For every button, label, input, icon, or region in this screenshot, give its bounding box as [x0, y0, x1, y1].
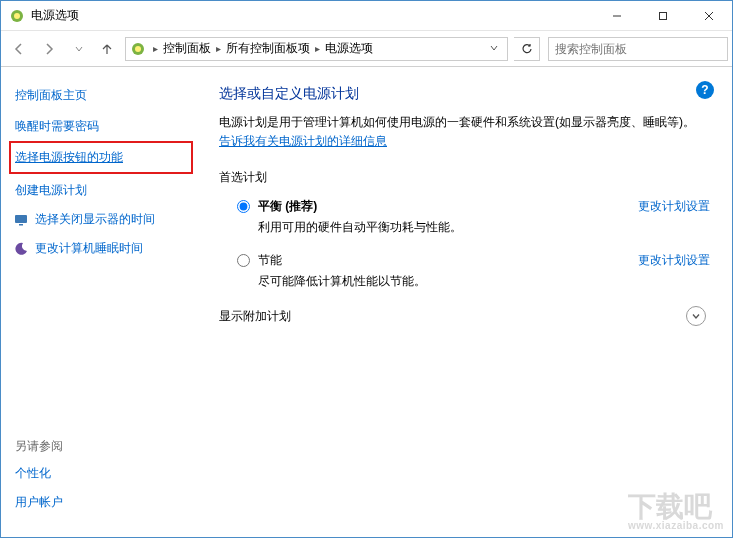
change-plan-settings-link[interactable]: 更改计划设置 — [638, 252, 710, 269]
sidebar-item-label: 更改计算机睡眠时间 — [35, 240, 143, 257]
additional-plans-label: 显示附加计划 — [219, 308, 291, 325]
help-icon[interactable]: ? — [696, 81, 714, 99]
highlight-box: 选择电源按钮的功能 — [9, 141, 193, 174]
plan-name: 平衡 (推荐) — [258, 198, 626, 215]
plan-description: 利用可用的硬件自动平衡功耗与性能。 — [258, 219, 626, 236]
sidebar-link-sleep[interactable]: 更改计算机睡眠时间 — [13, 240, 187, 257]
preferred-plans-title: 首选计划 — [219, 169, 710, 186]
sidebar-link-require-password[interactable]: 唤醒时需要密码 — [15, 118, 187, 135]
sidebar-link-display-off[interactable]: 选择关闭显示器的时间 — [13, 211, 187, 228]
sidebar: 控制面板主页 唤醒时需要密码 选择电源按钮的功能 创建电源计划 选择关闭显示器的… — [1, 67, 201, 537]
sidebar-item-label: 选择关闭显示器的时间 — [35, 211, 155, 228]
additional-plans-row[interactable]: 显示附加计划 — [219, 306, 710, 326]
minimize-button[interactable] — [594, 1, 640, 31]
power-options-icon — [130, 41, 146, 57]
page-heading: 选择或自定义电源计划 — [219, 85, 710, 103]
svg-rect-8 — [15, 215, 27, 223]
see-also-heading: 另请参阅 — [15, 438, 187, 455]
change-plan-settings-link[interactable]: 更改计划设置 — [638, 198, 710, 215]
chevron-down-icon[interactable] — [686, 306, 706, 326]
navigation-bar: ▸ 控制面板 ▸ 所有控制面板项 ▸ 电源选项 — [1, 31, 732, 67]
search-input[interactable] — [555, 42, 721, 56]
plan-balanced: 平衡 (推荐) 利用可用的硬件自动平衡功耗与性能。 更改计划设置 — [219, 198, 710, 236]
see-also-user-accounts[interactable]: 用户帐户 — [15, 494, 187, 511]
page-description: 电源计划是用于管理计算机如何使用电源的一套硬件和系统设置(如显示器亮度、睡眠等)… — [219, 113, 710, 151]
plan-name: 节能 — [258, 252, 626, 269]
breadcrumb-item[interactable]: 所有控制面板项 — [224, 40, 312, 57]
plan-power-saver: 节能 尽可能降低计算机性能以节能。 更改计划设置 — [219, 252, 710, 290]
title-bar: 电源选项 — [1, 1, 732, 31]
main-panel: ? 选择或自定义电源计划 电源计划是用于管理计算机如何使用电源的一套硬件和系统设… — [201, 67, 732, 537]
back-button[interactable] — [5, 35, 33, 63]
plan-radio-balanced[interactable] — [237, 200, 250, 213]
breadcrumb-item[interactable]: 控制面板 — [161, 40, 213, 57]
content-area: 控制面板主页 唤醒时需要密码 选择电源按钮的功能 创建电源计划 选择关闭显示器的… — [1, 67, 732, 537]
see-also-personalization[interactable]: 个性化 — [15, 465, 187, 482]
refresh-button[interactable] — [514, 37, 540, 61]
plan-description: 尽可能降低计算机性能以节能。 — [258, 273, 626, 290]
breadcrumb[interactable]: ▸ 控制面板 ▸ 所有控制面板项 ▸ 电源选项 — [125, 37, 508, 61]
svg-point-7 — [135, 46, 141, 52]
monitor-icon — [13, 212, 29, 228]
maximize-button[interactable] — [640, 1, 686, 31]
window-title: 电源选项 — [31, 7, 594, 24]
breadcrumb-dropdown[interactable] — [485, 42, 503, 56]
chevron-right-icon[interactable]: ▸ — [312, 43, 323, 54]
moon-icon — [13, 241, 29, 257]
search-box[interactable] — [548, 37, 728, 61]
forward-button[interactable] — [35, 35, 63, 63]
close-button[interactable] — [686, 1, 732, 31]
sidebar-link-power-button[interactable]: 选择电源按钮的功能 — [15, 149, 187, 166]
svg-rect-9 — [19, 224, 23, 226]
up-button[interactable] — [95, 37, 119, 61]
breadcrumb-item[interactable]: 电源选项 — [323, 40, 375, 57]
chevron-right-icon[interactable]: ▸ — [150, 43, 161, 54]
control-panel-home-link[interactable]: 控制面板主页 — [15, 87, 187, 104]
recent-dropdown[interactable] — [65, 35, 93, 63]
chevron-right-icon[interactable]: ▸ — [213, 43, 224, 54]
svg-rect-3 — [660, 12, 667, 19]
plan-radio-power-saver[interactable] — [237, 254, 250, 267]
svg-point-1 — [14, 13, 20, 19]
window-controls — [594, 1, 732, 31]
learn-more-link[interactable]: 告诉我有关电源计划的详细信息 — [219, 134, 387, 148]
power-options-icon — [9, 8, 25, 24]
sidebar-link-create-plan[interactable]: 创建电源计划 — [15, 182, 187, 199]
